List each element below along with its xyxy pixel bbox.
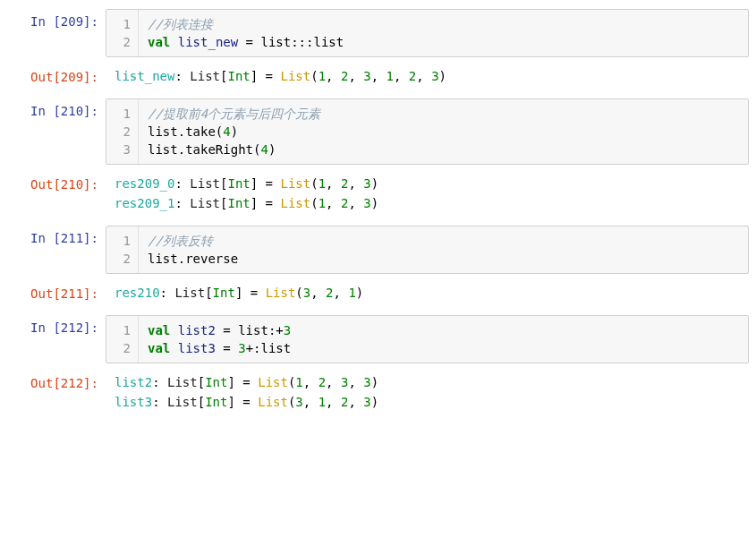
output-cell-211: Out[211]: res210: List[Int] = List(3, 2,…: [7, 281, 749, 308]
input-cell-209: In [209]: 12 //列表连接val list_new = list::…: [7, 9, 749, 57]
code-text: list.takeRight(: [148, 142, 260, 157]
code-text: =: [216, 341, 238, 355]
out-prompt-prefix: Out: [30, 70, 53, 84]
num: 3: [431, 69, 438, 83]
type-list: List: [167, 375, 198, 389]
code-text: ): [231, 124, 238, 139]
out-prompt-211: Out[211]:: [7, 281, 106, 308]
colon: :: [174, 196, 190, 210]
equals: =: [242, 286, 265, 300]
rbracket: ]: [227, 395, 234, 409]
num: 4: [260, 142, 268, 157]
lparen: (: [310, 196, 318, 210]
lparen: (: [295, 286, 302, 300]
input-cell-211: In [211]: 12 //列表反转list.reverse: [7, 226, 749, 274]
space: [170, 323, 177, 337]
output-body-211: res210: List[Int] = List(3, 2, 1): [106, 281, 749, 308]
output-body-209: list_new: List[Int] = List(1, 2, 3, 1, 2…: [106, 64, 749, 91]
space: [170, 35, 177, 49]
result-var: res209_0: [115, 176, 174, 191]
num: 3: [295, 395, 302, 409]
keyword-val: val: [148, 323, 170, 337]
colon: :: [91, 70, 98, 84]
num: 3: [363, 395, 370, 409]
line-num: 3: [114, 141, 131, 158]
output-row: list3: List[Int] = List(3, 1, 2, 3): [115, 392, 740, 412]
num: 3: [303, 286, 310, 300]
input-cell-210: In [210]: 123 //提取前4个元素与后四个元素list.take(4…: [7, 98, 749, 165]
code-input-211[interactable]: 12 //列表反转list.reverse: [106, 226, 749, 274]
code-line: val list3 = 3+:list: [148, 339, 291, 357]
num: 1: [319, 395, 326, 409]
lbracket: [: [198, 395, 205, 409]
code-body[interactable]: //列表连接val list_new = list:::list: [139, 10, 353, 56]
num: 3: [363, 69, 370, 83]
out-prompt-num: [209]: [53, 70, 90, 84]
in-prompt-211: In [211]:: [7, 226, 106, 274]
out-prompt-209: Out[209]:: [7, 64, 106, 91]
colon: :: [174, 176, 190, 191]
lparen: (: [310, 69, 318, 83]
code-text: = list:+: [216, 323, 284, 337]
lparen: (: [310, 176, 318, 191]
comma: ,: [394, 69, 409, 83]
colon: :: [152, 375, 167, 389]
line-num: 2: [114, 123, 131, 141]
equals: =: [258, 176, 280, 191]
type-int: Int: [205, 375, 227, 389]
line-num: 1: [114, 105, 131, 123]
comma: ,: [416, 69, 431, 83]
rparen: ): [439, 69, 446, 83]
equals: =: [235, 395, 258, 409]
colon: :: [174, 69, 190, 83]
rparen: ): [371, 196, 378, 210]
comma: ,: [326, 196, 341, 210]
code-line: //列表连接: [148, 15, 344, 33]
num: 4: [223, 124, 230, 139]
result-var: res209_1: [115, 196, 174, 210]
output-cell-209: Out[209]: list_new: List[Int] = List(1, …: [7, 64, 749, 91]
type-int: Int: [205, 395, 227, 409]
colon: :: [91, 177, 98, 192]
in-prompt-num: [209]: [53, 14, 90, 29]
line-num: 1: [114, 232, 131, 250]
var-name: list2: [178, 323, 216, 337]
comma: ,: [348, 395, 363, 409]
comma: ,: [303, 375, 319, 389]
num: 3: [284, 323, 291, 337]
type-int: Int: [227, 69, 250, 83]
code-body[interactable]: //列表反转list.reverse: [139, 226, 247, 273]
out-prompt-num: [212]: [53, 376, 90, 390]
code-text: list.take(: [148, 124, 223, 139]
colon: :: [160, 286, 175, 300]
code-input-209[interactable]: 12 //列表连接val list_new = list:::list: [106, 9, 749, 57]
code-input-212[interactable]: 12 val list2 = list:+3val list3 = 3+:lis…: [106, 315, 749, 363]
type-int: Int: [227, 176, 250, 191]
out-prompt-210: Out[210]:: [7, 172, 106, 218]
rbracket: ]: [251, 69, 258, 83]
code-body[interactable]: val list2 = list:+3val list3 = 3+:list: [139, 316, 300, 363]
line-num: 2: [114, 250, 131, 268]
result-var: list2: [115, 375, 152, 389]
equals: =: [258, 196, 280, 210]
type-list: List: [190, 176, 220, 191]
colon: :: [91, 104, 98, 118]
comment: //列表反转: [148, 234, 213, 248]
out-prompt-num: [210]: [53, 177, 90, 192]
lbracket: [: [198, 375, 205, 389]
equals: =: [258, 69, 280, 83]
code-body[interactable]: //提取前4个元素与后四个元素list.take(4)list.takeRigh…: [139, 99, 329, 164]
comma: ,: [348, 69, 363, 83]
rbracket: ]: [251, 176, 258, 191]
in-prompt-num: [212]: [53, 320, 90, 335]
code-text: ): [268, 142, 276, 157]
num: 1: [295, 375, 302, 389]
colon: :: [91, 286, 98, 301]
code-input-210[interactable]: 123 //提取前4个元素与后四个元素list.take(4)list.take…: [106, 98, 749, 165]
line-num: 2: [114, 339, 131, 357]
var-name: list_new: [178, 35, 238, 49]
num: 1: [319, 176, 326, 191]
output-body-210: res209_0: List[Int] = List(1, 2, 3)res20…: [106, 172, 749, 218]
rbracket: ]: [227, 375, 234, 389]
output-body-212: list2: List[Int] = List(1, 2, 3, 3)list3…: [106, 371, 749, 417]
